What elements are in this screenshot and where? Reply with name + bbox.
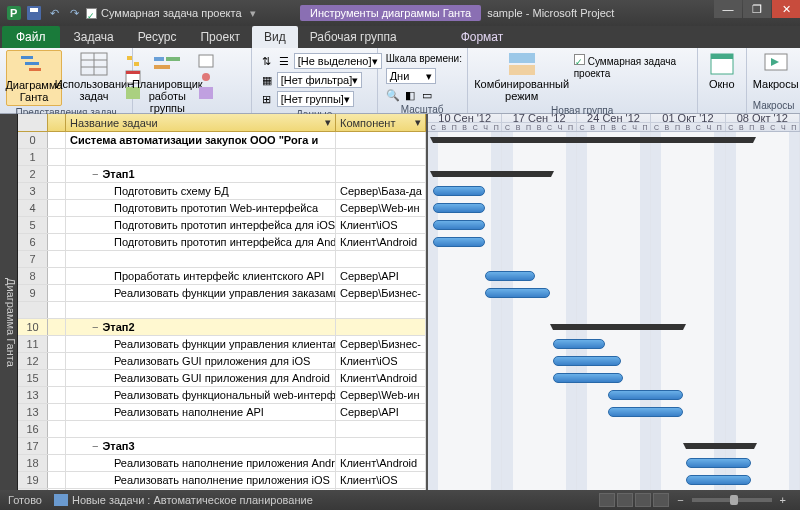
row-number[interactable] — [18, 302, 48, 318]
selected-tasks-icon[interactable]: ▭ — [420, 88, 434, 102]
table-row[interactable]: 5Подготовить прототип интерфейса для iOS… — [18, 217, 426, 234]
tab-resource[interactable]: Ресурс — [126, 26, 189, 48]
row-number[interactable]: 11 — [18, 336, 48, 352]
row-number[interactable]: 10 — [18, 319, 48, 335]
task-name-cell[interactable] — [66, 421, 336, 437]
row-number[interactable]: 2 — [18, 166, 48, 182]
row-number[interactable]: 8 — [18, 268, 48, 284]
task-bar[interactable] — [608, 407, 683, 417]
task-name-cell[interactable]: Реализовать функции управления клиентами — [66, 336, 336, 352]
gantt-body[interactable] — [428, 132, 800, 490]
group-icon[interactable]: ⊞ — [260, 92, 274, 106]
file-tab[interactable]: Файл — [2, 26, 60, 48]
qat-summary-checkbox[interactable] — [86, 8, 97, 19]
task-name-cell[interactable] — [66, 149, 336, 165]
row-number[interactable]: 16 — [18, 421, 48, 437]
highlight-dropdown[interactable]: [Не выделено]▾ — [294, 53, 382, 69]
component-cell[interactable]: Сервер\Бизнес- — [336, 336, 426, 352]
task-name-cell[interactable] — [66, 251, 336, 267]
component-cell[interactable]: Сервер\Web-ин — [336, 387, 426, 403]
summary-bar[interactable] — [686, 443, 754, 449]
grid-corner[interactable] — [18, 114, 48, 131]
filter-dropdown[interactable]: [Нет фильтра]▾ — [277, 72, 363, 88]
task-name-cell[interactable]: Реализовать наполнение приложения Andro — [66, 455, 336, 471]
component-cell[interactable] — [336, 251, 426, 267]
table-row[interactable]: 15Реализовать GUI приложения для Android… — [18, 370, 426, 387]
team-planner-button[interactable]: Планировщик работы группы — [139, 50, 195, 116]
task-name-cell[interactable]: Реализовать наполнение API — [66, 404, 336, 420]
zoom-slider[interactable] — [692, 498, 772, 502]
component-cell[interactable]: Клиент\iOS — [336, 472, 426, 488]
task-bar[interactable] — [433, 203, 485, 213]
table-row[interactable]: 3Подготовить схему БДСервер\База-да — [18, 183, 426, 200]
table-row[interactable]: 20Встроить дизайн Web-интерфейсаСервер\W… — [18, 489, 426, 490]
component-cell[interactable] — [336, 421, 426, 437]
table-row[interactable]: 13Реализовать функциональный web-интерфе… — [18, 387, 426, 404]
task-name-cell[interactable]: Реализовать функции управления заказами — [66, 285, 336, 301]
table-row[interactable]: 17Этап3 — [18, 438, 426, 455]
component-cell[interactable]: Сервер\Web-ин — [336, 200, 426, 216]
table-row[interactable]: 12Реализовать GUI приложения для iOSКлие… — [18, 353, 426, 370]
save-icon[interactable] — [26, 5, 42, 21]
row-number[interactable]: 18 — [18, 455, 48, 471]
task-usage-button[interactable]: Использование задач — [66, 50, 122, 104]
view-side-tab[interactable]: Диаграмма Ганта — [0, 114, 18, 490]
task-bar[interactable] — [553, 356, 621, 366]
table-row[interactable]: 1 — [18, 149, 426, 166]
table-row[interactable]: 4Подготовить прототип Web-интерфейсаСерв… — [18, 200, 426, 217]
table-row[interactable]: 8Проработать интерфейс клиентского APIСе… — [18, 268, 426, 285]
row-number[interactable]: 12 — [18, 353, 48, 369]
row-number[interactable]: 17 — [18, 438, 48, 454]
task-bar[interactable] — [686, 458, 751, 468]
task-name-cell[interactable]: Этап1 — [66, 166, 336, 182]
component-cell[interactable]: Клиент\Android — [336, 455, 426, 471]
tab-team[interactable]: Рабочая группа — [298, 26, 409, 48]
task-bar[interactable] — [608, 390, 683, 400]
row-number[interactable]: 15 — [18, 370, 48, 386]
row-number[interactable]: 20 — [18, 489, 48, 490]
task-bar[interactable] — [485, 271, 535, 281]
window-button[interactable]: Окно — [704, 50, 740, 92]
row-number[interactable]: 0 — [18, 132, 48, 148]
resource-usage-icon[interactable] — [199, 54, 213, 68]
component-cell[interactable]: Сервер\База-да — [336, 183, 426, 199]
task-bar[interactable] — [485, 288, 550, 298]
zoom-out-button[interactable]: − — [671, 494, 689, 506]
tab-project[interactable]: Проект — [188, 26, 252, 48]
row-number[interactable]: 4 — [18, 200, 48, 216]
component-cell[interactable] — [336, 132, 426, 148]
task-name-cell[interactable]: Подготовить прототип интерфейса для Andr… — [66, 234, 336, 250]
table-row[interactable]: 0Система автоматизации закупок ООО "Рога… — [18, 132, 426, 149]
component-column-header[interactable]: Компонент▾ — [336, 114, 426, 131]
row-number[interactable]: 9 — [18, 285, 48, 301]
indicator-column[interactable] — [48, 114, 66, 131]
task-name-cell[interactable]: Подготовить прототип интерфейса для iOS — [66, 217, 336, 233]
minimize-button[interactable]: — — [714, 0, 742, 18]
task-name-cell[interactable]: Этап3 — [66, 438, 336, 454]
outline-icon[interactable]: ☰ — [277, 54, 291, 68]
component-cell[interactable]: Сервер\API — [336, 404, 426, 420]
task-name-cell[interactable]: Реализовать GUI приложения для iOS — [66, 353, 336, 369]
task-name-cell[interactable]: Реализовать GUI приложения для Android — [66, 370, 336, 386]
entire-project-icon[interactable]: ◧ — [403, 88, 417, 102]
resource-sheet-icon[interactable] — [199, 70, 213, 84]
table-row[interactable] — [18, 302, 426, 319]
table-row[interactable]: 9Реализовать функции управления заказами… — [18, 285, 426, 302]
tab-view[interactable]: Вид — [252, 26, 298, 48]
task-bar[interactable] — [433, 220, 485, 230]
summary-bar[interactable] — [433, 137, 753, 143]
component-cell[interactable]: Сервер\Web-ин — [336, 489, 426, 490]
tables-icon[interactable]: ▦ — [260, 73, 274, 87]
summary-task-checkbox[interactable] — [574, 54, 585, 65]
table-row[interactable]: 19Реализовать наполнение приложения iOSК… — [18, 472, 426, 489]
zoom-icon[interactable]: 🔍 — [386, 88, 400, 102]
view-shortcut-1[interactable] — [599, 493, 615, 507]
gantt-timescale[interactable]: 10 Сен '12СВПВСЧП17 Сен '12СВПВСЧП24 Сен… — [428, 114, 800, 132]
view-shortcut-2[interactable] — [617, 493, 633, 507]
table-row[interactable]: 13Реализовать наполнение APIСервер\API — [18, 404, 426, 421]
table-row[interactable]: 7 — [18, 251, 426, 268]
redo-icon[interactable]: ↷ — [66, 5, 82, 21]
table-row[interactable]: 18Реализовать наполнение приложения Andr… — [18, 455, 426, 472]
summary-bar[interactable] — [433, 171, 551, 177]
task-name-cell[interactable]: Реализовать функциональный web-интерфейс — [66, 387, 336, 403]
